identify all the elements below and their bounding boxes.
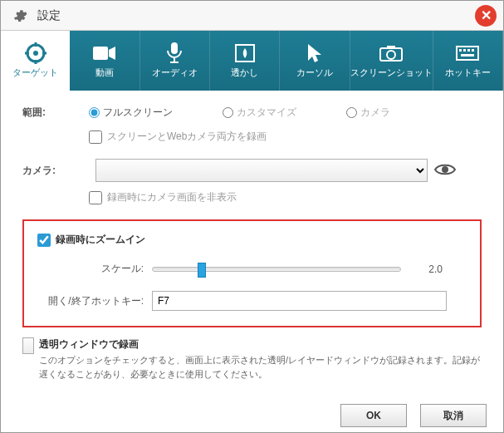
svg-rect-10 (463, 49, 466, 52)
camera-select[interactable] (95, 159, 428, 182)
target-icon (23, 43, 48, 63)
checkbox-hide-camera[interactable] (89, 191, 102, 204)
tab-cursor[interactable]: カーソル (280, 31, 350, 91)
camera-icon (379, 43, 404, 63)
tab-watermark[interactable]: 透かし (210, 31, 280, 91)
checkbox-transparent-window[interactable] (22, 337, 34, 354)
cancel-button[interactable]: 取消 (420, 404, 487, 427)
titlebar: 設定 ✕ (1, 1, 503, 31)
svg-rect-8 (457, 47, 478, 60)
svg-point-1 (33, 51, 38, 56)
svg-rect-3 (171, 42, 178, 54)
watermark-icon (232, 43, 257, 63)
svg-rect-13 (461, 54, 474, 57)
tab-target[interactable]: ターゲット (1, 31, 70, 91)
gear-icon (7, 6, 32, 26)
video-icon (92, 43, 117, 63)
camera-label: カメラ: (22, 164, 89, 178)
scale-slider[interactable] (152, 267, 401, 272)
hotkey-input[interactable] (152, 291, 447, 311)
scale-value: 2.0 (409, 263, 443, 275)
tab-video[interactable]: 動画 (70, 31, 139, 91)
close-icon: ✕ (481, 7, 492, 23)
hotkey-label: 開く/終了ホットキー: (37, 294, 144, 308)
radio-fullscreen[interactable]: フルスクリーン (89, 106, 173, 120)
radio-fullscreen-input[interactable] (89, 107, 100, 118)
svg-point-7 (387, 51, 395, 59)
checkbox-record-both-label: スクリーンとWebカメラ両方を録画 (107, 130, 267, 144)
range-label: 範囲: (22, 106, 89, 120)
tab-screenshot[interactable]: スクリーンショット (350, 31, 433, 91)
transparent-desc: このオプションをチェックすると、画面上に表示された透明/レイヤードウィンドウが記… (39, 353, 482, 381)
scale-slider-thumb[interactable] (198, 263, 206, 278)
transparent-title: 透明ウィンドウで録画 (39, 337, 482, 352)
zoom-title-label: 録画時にズームイン (56, 233, 145, 247)
checkbox-hide-camera-label: 録画時にカメラ画面を非表示 (107, 190, 237, 204)
svg-rect-11 (467, 49, 470, 52)
svg-rect-12 (472, 49, 474, 52)
button-bar: OK 取消 (1, 399, 503, 433)
tab-hotkey[interactable]: ホットキー (433, 31, 503, 91)
checkbox-record-both[interactable] (89, 130, 102, 144)
microphone-icon (162, 43, 187, 63)
ok-button[interactable]: OK (340, 404, 407, 427)
zoom-checkbox[interactable] (37, 234, 51, 247)
close-button[interactable]: ✕ (475, 5, 497, 27)
keyboard-icon (455, 43, 480, 63)
svg-rect-2 (93, 47, 108, 60)
radio-camera-input[interactable] (346, 107, 357, 118)
radio-camera[interactable]: カメラ (346, 106, 390, 120)
svg-point-14 (442, 166, 448, 173)
radio-customize[interactable]: カスタマイズ (223, 106, 296, 120)
radio-customize-input[interactable] (223, 107, 233, 118)
zoom-section: 録画時にズームイン スケール: 2.0 開く/終了ホットキー: (22, 219, 482, 327)
content-panel: 範囲: フルスクリーン カスタマイズ カメラ スクリーンとWebカメラ両方を録画… (1, 91, 503, 399)
window-title: 設定 (37, 8, 61, 23)
eye-icon[interactable] (434, 163, 454, 179)
tabbar: ターゲット 動画 オーディオ 透かし カーソル スクリーンショット ホットキ (1, 31, 503, 91)
svg-rect-9 (459, 49, 462, 52)
svg-rect-6 (387, 46, 395, 49)
cursor-icon (302, 43, 327, 63)
tab-audio[interactable]: オーディオ (140, 31, 210, 91)
scale-label: スケール: (37, 262, 144, 276)
